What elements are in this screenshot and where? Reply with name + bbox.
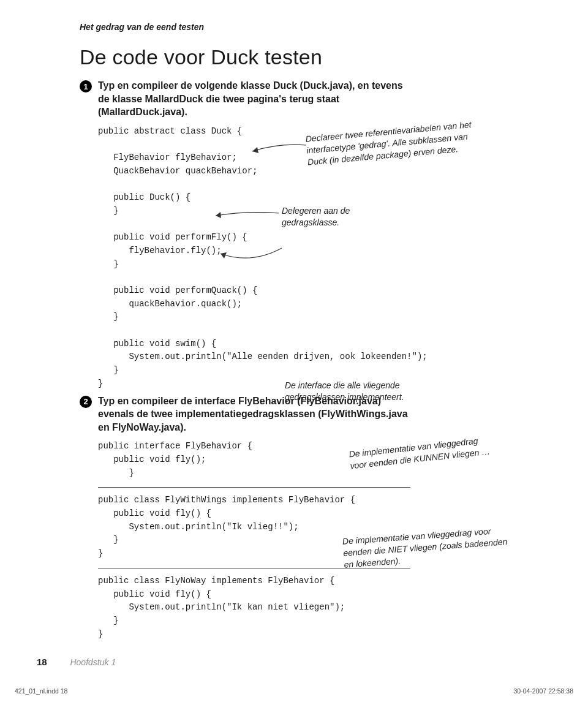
page-number: 18 bbox=[37, 657, 67, 667]
print-footer: 421_01_nl.indd 18 30-04-2007 22:58:38 bbox=[15, 687, 573, 695]
step-1-text: Typ en compileer de volgende klasse Duck… bbox=[98, 79, 410, 119]
page-title: De code voor Duck testen bbox=[80, 45, 552, 69]
step-2-bullet: 2 bbox=[80, 396, 92, 408]
arrow-delegate-top-icon bbox=[208, 207, 282, 225]
footer-left: 421_01_nl.indd 18 bbox=[15, 687, 67, 695]
running-head: Het gedrag van de eend testen bbox=[80, 22, 552, 32]
page-footer-line: 18 Hoofdstuk 1 bbox=[80, 657, 552, 668]
code-flynoway: public class FlyNoWay implements FlyBeha… bbox=[98, 575, 552, 641]
divider bbox=[98, 487, 410, 488]
arrow-delegate-bottom-icon bbox=[214, 246, 288, 277]
step-1: 1 Typ en compileer de volgende klasse Du… bbox=[80, 79, 552, 119]
annotation-interface: De interface die alle vliegende gedragsk… bbox=[285, 380, 438, 403]
chapter-label: Hoofdstuk 1 bbox=[70, 657, 116, 667]
step-1-bullet: 1 bbox=[80, 80, 92, 92]
annotation-delegate: Delegeren aan de gedragsklasse. bbox=[282, 205, 380, 228]
arrow-declare-icon bbox=[245, 138, 309, 165]
svg-marker-0 bbox=[252, 147, 258, 153]
svg-marker-1 bbox=[216, 212, 221, 218]
footer-right: 30-04-2007 22:58:38 bbox=[514, 687, 574, 695]
